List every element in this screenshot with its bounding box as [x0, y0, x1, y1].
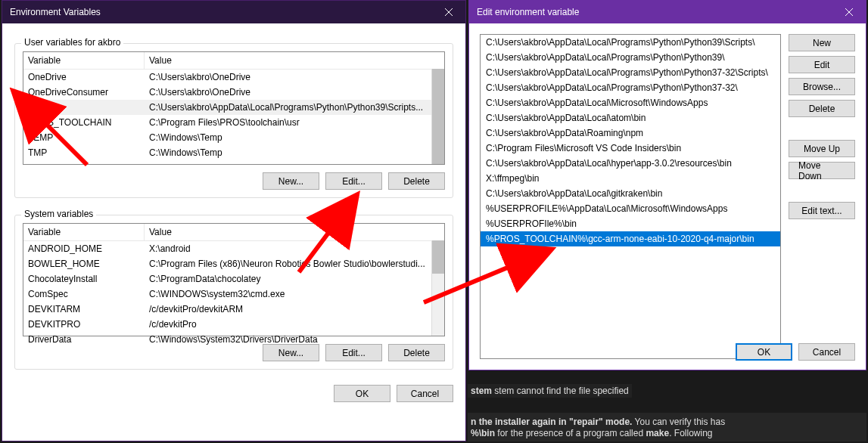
list-item[interactable]: C:\Users\akbro\AppData\Local\gitkraken\b…	[481, 186, 780, 201]
edit-button[interactable]: Edit	[789, 56, 855, 73]
cell-variable: PROS_TOOLCHAIN	[23, 116, 145, 129]
table-header: Variable Value	[23, 52, 444, 70]
col-variable[interactable]: Variable	[23, 224, 145, 240]
cell-variable: TMP	[23, 147, 145, 159]
table-row[interactable]: DEVKITARM/c/devkitPro/devkitARM	[23, 302, 444, 317]
new-button[interactable]: New	[789, 34, 855, 51]
list-item[interactable]: %USERPROFILE%\AppData\Local\Microsoft\Wi…	[481, 201, 780, 216]
scrollbar[interactable]	[431, 69, 444, 164]
table-header: Variable Value	[23, 224, 444, 241]
bg-text: n the installer again in "repair" mode. …	[471, 417, 725, 427]
table-row[interactable]: PathC:\Users\akbro\AppData\Local\Program…	[23, 100, 444, 115]
list-item[interactable]: C:\Users\akbro\AppData\Local\hyper\app-3…	[481, 156, 780, 171]
list-item[interactable]: C:\Users\akbro\AppData\Local\Programs\Py…	[481, 80, 780, 95]
cell-variable: DEVKITARM	[23, 303, 145, 315]
cell-value: C:\Program Files\PROS\toolchain\usr	[145, 116, 444, 129]
list-item[interactable]: C:\Users\akbro\AppData\Local\Microsoft\W…	[481, 95, 780, 110]
delete-button[interactable]: Delete	[789, 100, 855, 117]
new-button[interactable]: New...	[263, 172, 319, 190]
cell-value: C:\Users\akbro\OneDrive	[145, 71, 444, 83]
cell-value: C:\Windows\System32\Drivers\DriverData	[145, 333, 444, 345]
group-label: User variables for akbro	[21, 37, 123, 48]
cell-variable: TEMP	[23, 132, 145, 144]
col-variable[interactable]: Variable	[23, 52, 145, 69]
cell-variable: ANDROID_HOME	[23, 243, 145, 255]
table-row[interactable]: ChocolateyInstallC:\ProgramData\chocolat…	[23, 271, 444, 287]
table-row[interactable]: TEMPC:\Windows\Temp	[23, 130, 444, 145]
cell-value: C:\Program Files (x86)\Neuron Robotics B…	[145, 258, 444, 270]
close-icon[interactable]	[832, 1, 866, 23]
list-item[interactable]: X:\ffmpeg\bin	[481, 171, 780, 186]
col-value[interactable]: Value	[145, 224, 444, 240]
edittext-button[interactable]: Edit text...	[789, 202, 855, 219]
table-row[interactable]: ComSpecC:\WINDOWS\system32\cmd.exe	[23, 287, 444, 302]
list-item[interactable]: C:\Users\akbro\AppData\Local\Programs\Py…	[481, 65, 780, 80]
moveup-button[interactable]: Move Up	[789, 140, 855, 157]
system-vars-table[interactable]: Variable Value ANDROID_HOMEX:\androidBOW…	[23, 223, 445, 336]
env-vars-window: Environment Variables User variables for…	[2, 0, 466, 441]
table-row[interactable]: OneDriveC:\Users\akbro\OneDrive	[23, 70, 444, 85]
cell-value: C:\ProgramData\chocolatey	[145, 273, 444, 285]
edit-env-var-window: Edit environment variable C:\Users\akbro…	[468, 0, 866, 370]
group-label: System variables	[21, 209, 96, 219]
window-title: Environment Variables	[10, 7, 431, 17]
delete-button[interactable]: Delete	[388, 172, 445, 190]
ok-button[interactable]: OK	[334, 385, 390, 402]
cell-variable: OneDriveConsumer	[23, 86, 145, 98]
list-item[interactable]: C:\Users\akbro\AppData\Local\Programs\Py…	[481, 50, 780, 65]
cell-value: C:\Windows\Temp	[145, 132, 444, 144]
cell-variable: Path	[23, 101, 145, 113]
cell-value: /c/devkitPro	[145, 318, 444, 330]
list-item[interactable]: C:\Program Files\Microsoft VS Code Insid…	[481, 141, 780, 156]
cell-variable: ChocolateyInstall	[23, 273, 145, 285]
table-row[interactable]: ANDROID_HOMEX:\android	[23, 241, 444, 256]
table-row[interactable]: OneDriveConsumerC:\Users\akbro\OneDrive	[23, 85, 444, 100]
cell-value: C:\Windows\Temp	[145, 147, 444, 159]
system-vars-group: System variables Variable Value ANDROID_…	[14, 215, 453, 370]
cell-value: C:\WINDOWS\system32\cmd.exe	[145, 288, 444, 300]
table-row[interactable]: DEVKITPRO/c/devkitPro	[23, 317, 444, 332]
list-item[interactable]: %PROS_TOOLCHAIN%\gcc-arm-none-eabi-10-20…	[481, 231, 780, 246]
scrollbar[interactable]	[431, 240, 444, 336]
window-title: Edit environment variable	[477, 7, 832, 17]
cell-variable: OneDrive	[23, 71, 145, 83]
list-item[interactable]: C:\Users\akbro\AppData\Roaming\npm	[481, 125, 780, 141]
cell-value: /c/devkitPro/devkitARM	[145, 303, 444, 315]
cell-value: C:\Users\akbro\OneDrive	[145, 86, 444, 98]
cell-variable: BOWLER_HOME	[23, 258, 145, 270]
bg-text: %\bin for the presence of a program call…	[471, 428, 713, 438]
movedown-button[interactable]: Move Down	[789, 162, 855, 179]
list-item[interactable]: C:\Users\akbro\AppData\Local\Programs\Py…	[481, 35, 780, 50]
browse-button[interactable]: Browse...	[789, 78, 855, 95]
user-vars-group: User variables for akbro Variable Value …	[14, 43, 453, 198]
table-row[interactable]: TMPC:\Windows\Temp	[23, 145, 444, 160]
table-row[interactable]: BOWLER_HOMEC:\Program Files (x86)\Neuron…	[23, 256, 444, 271]
table-row[interactable]: PROS_TOOLCHAINC:\Program Files\PROS\tool…	[23, 115, 444, 130]
cancel-button[interactable]: Cancel	[798, 343, 855, 361]
col-value[interactable]: Value	[145, 52, 444, 69]
bg-text: stem stem cannot find the file specified	[471, 386, 629, 396]
list-item[interactable]: %USERPROFIle%\bin	[481, 216, 780, 231]
titlebar[interactable]: Environment Variables	[2, 1, 465, 23]
table-row[interactable]: DriverDataC:\Windows\System32\Drivers\Dr…	[23, 332, 444, 347]
edit-button[interactable]: Edit...	[325, 172, 382, 190]
cell-variable: DEVKITPRO	[23, 318, 145, 330]
list-item[interactable]: C:\Users\akbro\AppData\Local\atom\bin	[481, 110, 780, 125]
path-list[interactable]: C:\Users\akbro\AppData\Local\Programs\Py…	[480, 34, 781, 359]
titlebar[interactable]: Edit environment variable	[469, 1, 866, 23]
ok-button[interactable]: OK	[736, 343, 792, 361]
close-icon[interactable]	[431, 1, 465, 23]
cell-value: C:\Users\akbro\AppData\Local\Programs\Py…	[145, 101, 444, 113]
user-vars-table[interactable]: Variable Value OneDriveC:\Users\akbro\On…	[23, 51, 445, 165]
cell-variable: ComSpec	[23, 288, 145, 300]
cell-variable: DriverData	[23, 333, 145, 345]
cancel-button[interactable]: Cancel	[397, 385, 453, 402]
cell-value: X:\android	[145, 243, 444, 255]
